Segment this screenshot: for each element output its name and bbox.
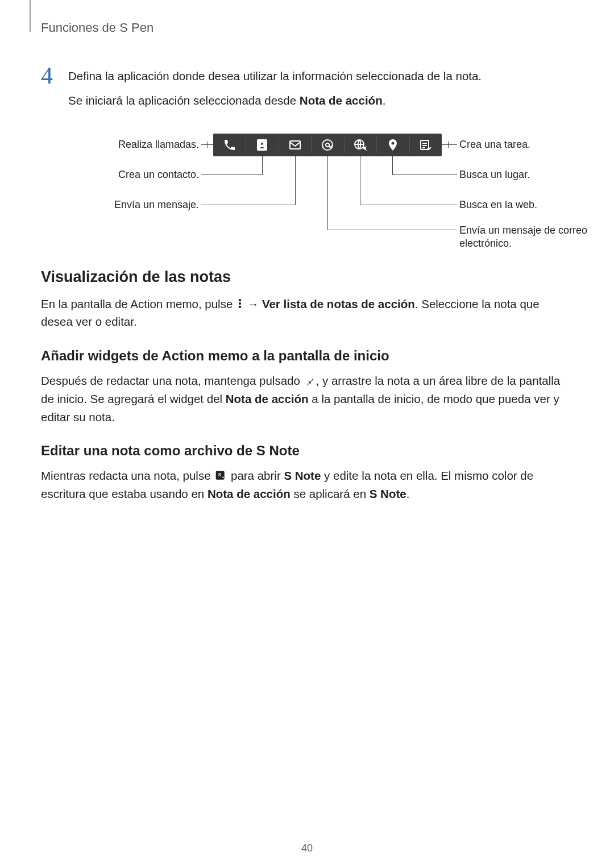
label-call: Realiza llamadas.: [97, 139, 199, 151]
message-icon: [279, 134, 311, 156]
action-icons-diagram: Realiza llamadas. Crea un contacto. Enví…: [41, 126, 573, 246]
line: [392, 175, 457, 175]
svg-point-3: [322, 140, 333, 150]
line: [207, 142, 208, 148]
line: [262, 156, 263, 175]
step-line-2: Se iniciará la aplicación seleccionada d…: [68, 92, 482, 110]
step-line-1: Defina la aplicación donde desea utiliza…: [68, 67, 482, 86]
line: [442, 144, 457, 145]
page-number: 40: [0, 842, 614, 854]
line: [327, 156, 328, 230]
page-header: Funciones de S Pen: [41, 20, 573, 35]
more-options-icon: [237, 298, 243, 309]
line: [448, 142, 449, 148]
label-contact: Crea un contacto.: [91, 169, 199, 181]
svg-point-9: [239, 306, 241, 308]
task-icon: [409, 134, 442, 156]
line: [327, 230, 457, 230]
line: [201, 205, 295, 205]
email-at-icon: [311, 134, 343, 156]
snote-export-icon: S: [215, 470, 226, 481]
header-rule: [30, 0, 31, 32]
label-place: Busca un lugar.: [459, 169, 530, 181]
svg-point-1: [260, 142, 264, 146]
label-web: Busca en la web.: [459, 199, 537, 211]
para-edit-snote: Mientras redacta una nota, pulse S para …: [41, 467, 573, 503]
contact-icon: [246, 134, 278, 156]
label-message: Envía un mensaje.: [85, 199, 199, 211]
pin-icon: [305, 376, 315, 386]
para-add-widgets: Después de redactar una nota, mantenga p…: [41, 372, 573, 426]
svg-rect-2: [290, 141, 300, 149]
line: [360, 156, 360, 205]
globe-icon: [344, 134, 376, 156]
svg-point-8: [239, 302, 241, 305]
icon-bar: [213, 134, 442, 156]
line: [392, 156, 393, 175]
phone-icon: [213, 134, 246, 156]
step-4: 4 Defina la aplicación donde desea utili…: [41, 67, 573, 110]
step-number: 4: [41, 64, 58, 88]
heading-edit-snote: Editar una nota como archivo de S Note: [41, 443, 573, 459]
label-email: Envía un mensaje de correo electrónico.: [459, 224, 590, 251]
line: [201, 175, 262, 175]
heading-add-widgets: Añadir widgets de Action memo a la panta…: [41, 348, 573, 364]
svg-point-7: [239, 299, 241, 301]
para-view-notes: En la pantalla de Action memo, pulse → V…: [41, 295, 573, 331]
svg-text:S: S: [218, 472, 222, 477]
location-pin-icon: [376, 134, 409, 156]
heading-view-notes: Visualización de las notas: [41, 268, 573, 286]
line: [295, 156, 296, 205]
label-task: Crea una tarea.: [459, 139, 530, 151]
line: [360, 205, 457, 205]
